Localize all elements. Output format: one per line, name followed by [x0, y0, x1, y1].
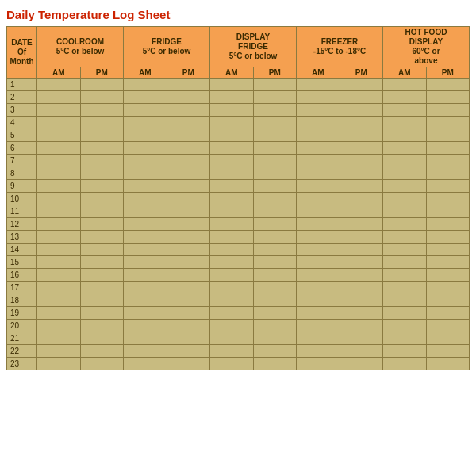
data-cell[interactable] — [37, 167, 81, 180]
data-cell[interactable] — [340, 91, 383, 104]
data-cell[interactable] — [37, 142, 81, 155]
data-cell[interactable] — [253, 167, 297, 180]
data-cell[interactable] — [124, 167, 167, 180]
data-cell[interactable] — [167, 231, 210, 244]
data-cell[interactable] — [124, 320, 167, 332]
data-cell[interactable] — [426, 104, 470, 117]
data-cell[interactable] — [297, 307, 340, 320]
data-cell[interactable] — [167, 117, 210, 129]
data-cell[interactable] — [383, 320, 427, 332]
data-cell[interactable] — [80, 294, 124, 307]
data-cell[interactable] — [297, 193, 340, 205]
data-cell[interactable] — [297, 79, 340, 91]
data-cell[interactable] — [253, 104, 297, 117]
data-cell[interactable] — [297, 269, 340, 282]
data-cell[interactable] — [124, 142, 167, 155]
data-cell[interactable] — [210, 205, 254, 218]
data-cell[interactable] — [383, 205, 427, 218]
data-cell[interactable] — [37, 269, 81, 282]
data-cell[interactable] — [426, 91, 470, 104]
data-cell[interactable] — [383, 142, 427, 155]
data-cell[interactable] — [167, 79, 210, 91]
data-cell[interactable] — [210, 307, 254, 320]
data-cell[interactable] — [340, 345, 383, 358]
data-cell[interactable] — [297, 244, 340, 256]
data-cell[interactable] — [253, 205, 297, 218]
data-cell[interactable] — [124, 358, 167, 370]
data-cell[interactable] — [383, 167, 427, 180]
data-cell[interactable] — [80, 332, 124, 345]
data-cell[interactable] — [383, 282, 427, 294]
data-cell[interactable] — [167, 244, 210, 256]
data-cell[interactable] — [167, 256, 210, 269]
data-cell[interactable] — [37, 256, 81, 269]
data-cell[interactable] — [297, 294, 340, 307]
data-cell[interactable] — [210, 79, 254, 91]
data-cell[interactable] — [80, 358, 124, 370]
data-cell[interactable] — [167, 218, 210, 231]
data-cell[interactable] — [80, 155, 124, 167]
data-cell[interactable] — [80, 256, 124, 269]
data-cell[interactable] — [253, 231, 297, 244]
data-cell[interactable] — [426, 332, 470, 345]
data-cell[interactable] — [210, 91, 254, 104]
data-cell[interactable] — [340, 294, 383, 307]
data-cell[interactable] — [340, 218, 383, 231]
data-cell[interactable] — [426, 180, 470, 193]
data-cell[interactable] — [167, 282, 210, 294]
data-cell[interactable] — [253, 345, 297, 358]
data-cell[interactable] — [167, 91, 210, 104]
data-cell[interactable] — [80, 79, 124, 91]
data-cell[interactable] — [80, 307, 124, 320]
data-cell[interactable] — [340, 205, 383, 218]
data-cell[interactable] — [124, 231, 167, 244]
data-cell[interactable] — [37, 345, 81, 358]
data-cell[interactable] — [37, 193, 81, 205]
data-cell[interactable] — [426, 256, 470, 269]
data-cell[interactable] — [426, 269, 470, 282]
data-cell[interactable] — [167, 358, 210, 370]
data-cell[interactable] — [37, 117, 81, 129]
data-cell[interactable] — [37, 205, 81, 218]
data-cell[interactable] — [210, 180, 254, 193]
data-cell[interactable] — [37, 104, 81, 117]
data-cell[interactable] — [253, 91, 297, 104]
data-cell[interactable] — [167, 129, 210, 142]
data-cell[interactable] — [340, 129, 383, 142]
data-cell[interactable] — [210, 167, 254, 180]
data-cell[interactable] — [340, 167, 383, 180]
data-cell[interactable] — [297, 218, 340, 231]
data-cell[interactable] — [297, 91, 340, 104]
data-cell[interactable] — [80, 282, 124, 294]
data-cell[interactable] — [297, 142, 340, 155]
data-cell[interactable] — [253, 269, 297, 282]
data-cell[interactable] — [383, 345, 427, 358]
data-cell[interactable] — [124, 155, 167, 167]
data-cell[interactable] — [383, 294, 427, 307]
data-cell[interactable] — [340, 155, 383, 167]
data-cell[interactable] — [426, 282, 470, 294]
data-cell[interactable] — [383, 256, 427, 269]
data-cell[interactable] — [340, 193, 383, 205]
data-cell[interactable] — [37, 79, 81, 91]
data-cell[interactable] — [167, 345, 210, 358]
data-cell[interactable] — [124, 104, 167, 117]
data-cell[interactable] — [80, 104, 124, 117]
data-cell[interactable] — [124, 307, 167, 320]
data-cell[interactable] — [297, 358, 340, 370]
data-cell[interactable] — [210, 320, 254, 332]
data-cell[interactable] — [340, 307, 383, 320]
data-cell[interactable] — [253, 193, 297, 205]
data-cell[interactable] — [210, 282, 254, 294]
data-cell[interactable] — [167, 332, 210, 345]
data-cell[interactable] — [340, 244, 383, 256]
data-cell[interactable] — [80, 218, 124, 231]
data-cell[interactable] — [383, 244, 427, 256]
data-cell[interactable] — [426, 307, 470, 320]
data-cell[interactable] — [80, 320, 124, 332]
data-cell[interactable] — [253, 320, 297, 332]
data-cell[interactable] — [167, 104, 210, 117]
data-cell[interactable] — [210, 104, 254, 117]
data-cell[interactable] — [124, 345, 167, 358]
data-cell[interactable] — [37, 231, 81, 244]
